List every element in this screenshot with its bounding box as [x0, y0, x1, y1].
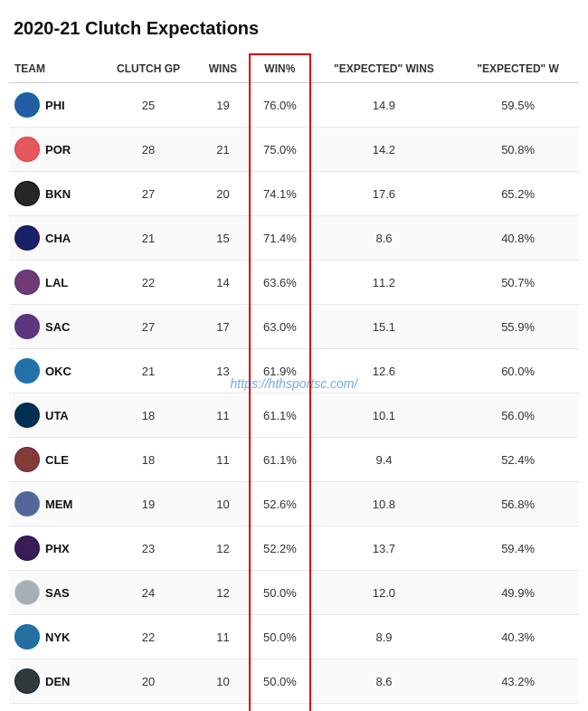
col-expected-win-pct: "EXPECTED" W [457, 54, 579, 83]
team-logo [14, 270, 40, 295]
wins: 20 [197, 172, 250, 216]
expected-wins: 11.2 [310, 261, 457, 305]
team-logo [14, 536, 40, 561]
expected-win-pct: 52.4% [457, 438, 579, 482]
clutch-gp: 18 [100, 438, 197, 482]
table-row: PHI 251976.0%14.959.5% [9, 83, 579, 128]
page-title: 2020-21 Clutch Expectations [9, 18, 579, 39]
team-logo [14, 624, 40, 649]
team-abbr: SAC [45, 320, 70, 334]
expected-win-pct: 50.7% [457, 261, 579, 305]
team-abbr: LAL [45, 276, 68, 289]
table-row: PHX 231252.2%13.759.4% [9, 526, 579, 571]
team-abbr: PHI [45, 99, 65, 112]
expected-wins: 13.7 [310, 526, 457, 571]
table-row: DEN 201050.0%8.643.2% [9, 659, 579, 704]
team-cell: DEN [9, 659, 100, 704]
table-row: UTA 181161.1%10.156.0% [9, 393, 579, 438]
team-cell: BKN [9, 172, 100, 216]
team-logo [14, 314, 40, 339]
svg-point-4 [15, 270, 39, 294]
expected-wins: 8.9 [310, 615, 457, 659]
expected-wins: 14.2 [310, 128, 457, 172]
team-cell: CHA [9, 216, 100, 261]
expected-win-pct: 40.3% [457, 615, 579, 659]
team-logo [14, 580, 40, 605]
clutch-gp: 20 [100, 659, 197, 704]
clutch-gp: 21 [100, 216, 197, 261]
wins: 15 [197, 216, 250, 261]
expected-win-pct: 40.8% [457, 216, 579, 261]
svg-point-7 [15, 403, 39, 427]
win-pct: 71.4% [250, 216, 310, 261]
expected-win-pct: 50.8% [457, 128, 579, 172]
team-cell: UTA [9, 393, 100, 438]
team-logo [14, 181, 40, 206]
table-row: LAL 221463.6%11.250.7% [9, 261, 579, 305]
clutch-gp: 27 [100, 305, 197, 349]
win-pct: 63.0% [250, 305, 310, 349]
win-pct: 61.1% [250, 393, 310, 438]
table-row: NYK 221150.0%8.940.3% [9, 615, 579, 659]
svg-point-12 [15, 625, 39, 649]
expected-wins: 9.4 [310, 438, 457, 482]
table-row: POR 282175.0%14.250.8% [9, 128, 579, 172]
table-row: SAS 241250.0%12.049.9% [9, 571, 579, 615]
team-abbr: PHX [45, 542, 70, 555]
team-abbr: BKN [45, 187, 71, 201]
team-logo [14, 92, 40, 118]
svg-point-5 [15, 315, 39, 338]
expected-win-pct: 55.9% [457, 305, 579, 349]
win-pct: 52.6% [250, 482, 310, 526]
svg-point-2 [15, 182, 39, 205]
clutch-gp: 18 [100, 393, 197, 438]
team-cell: SAC [9, 305, 100, 349]
clutch-gp: 22 [100, 261, 197, 305]
team-cell: PHI [9, 83, 100, 128]
svg-point-3 [15, 226, 39, 250]
col-win-pct: WIN% [250, 54, 310, 83]
win-pct: 52.2% [250, 526, 310, 571]
svg-point-9 [15, 492, 39, 516]
clutch-gp: 24 [100, 571, 197, 615]
col-team: TEAM [9, 54, 100, 83]
wins: 11 [197, 438, 250, 482]
expected-wins: 10.1 [310, 393, 457, 438]
expected-win-pct: 49.9% [457, 571, 579, 615]
team-logo [14, 491, 40, 517]
expected-wins: 12.6 [310, 349, 457, 393]
wins: 17 [197, 305, 250, 349]
table-row: SAC 271763.0%15.155.9% [9, 305, 579, 349]
svg-point-6 [15, 359, 39, 383]
table-row: MEM 191052.6%10.856.8% [9, 482, 579, 526]
col-expected-wins: "EXPECTED" WINS [310, 54, 457, 83]
team-cell: NYK [9, 615, 100, 659]
win-pct: 50.0% [250, 615, 310, 659]
team-abbr: NYK [45, 630, 70, 644]
svg-point-11 [15, 581, 39, 604]
expected-win-pct: 65.2% [457, 172, 579, 216]
team-logo [14, 137, 40, 162]
team-abbr: MEM [45, 498, 72, 511]
svg-point-1 [15, 137, 39, 161]
svg-point-0 [15, 93, 39, 117]
table-row: OKC 211361.9%12.660.0% [9, 349, 579, 393]
wins: 13 [197, 349, 250, 393]
win-pct: 50.0% [250, 571, 310, 615]
wins: 13 [197, 704, 250, 712]
wins: 21 [197, 128, 250, 172]
team-logo [14, 225, 40, 251]
table-row: BKN 272074.1%17.665.2% [9, 172, 579, 216]
clutch-gp: 21 [100, 349, 197, 393]
team-cell: MEM [9, 482, 100, 526]
expected-win-pct: 59.4% [457, 526, 579, 571]
wins: 11 [197, 393, 250, 438]
col-wins: WINS [197, 54, 250, 83]
clutch-gp: 19 [100, 482, 197, 526]
team-logo [14, 447, 40, 472]
expected-wins: 12.0 [310, 571, 457, 615]
expected-wins: 17.6 [310, 172, 457, 216]
team-logo [14, 403, 40, 428]
team-abbr: CHA [45, 232, 71, 245]
clutch-gp: 27 [100, 172, 197, 216]
